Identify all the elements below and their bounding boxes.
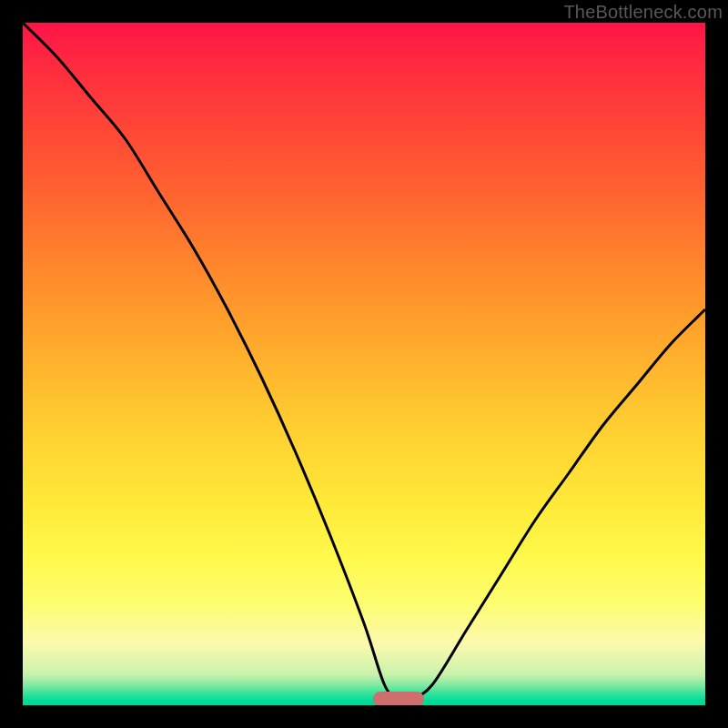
curve-svg [23,23,705,705]
watermark: TheBottleneck.com [563,2,723,23]
optimum-marker [373,692,424,706]
bottleneck-curve-path [23,23,705,700]
chart-container: TheBottleneck.com [0,0,728,728]
chart-area [23,23,705,705]
